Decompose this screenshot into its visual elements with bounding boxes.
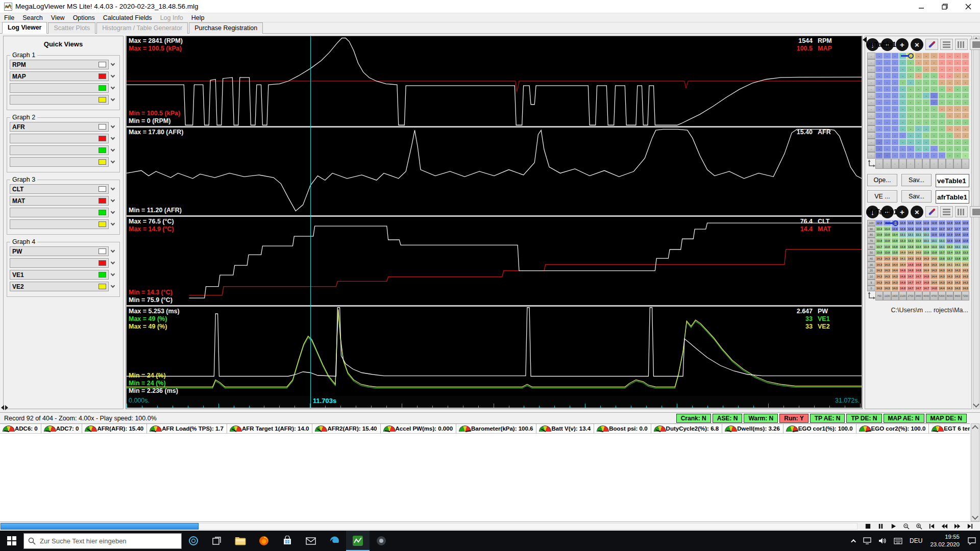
network-icon[interactable] xyxy=(860,531,875,551)
splitter-arrows[interactable] xyxy=(1,405,8,410)
menu-item-log-info[interactable]: Log Info xyxy=(156,14,187,21)
field-selector[interactable] xyxy=(10,258,109,268)
qv-row-afr[interactable]: AFR xyxy=(10,122,117,132)
open-table-button[interactable]: Ope... xyxy=(867,174,897,186)
chevron-down-icon[interactable] xyxy=(109,138,117,139)
field-selector[interactable]: MAP xyxy=(10,71,109,81)
pause-button[interactable] xyxy=(875,522,886,530)
qv-row-empty[interactable] xyxy=(10,145,117,155)
qv-row-empty[interactable] xyxy=(10,83,117,93)
field-selector[interactable] xyxy=(10,83,109,93)
rewind-button[interactable] xyxy=(939,522,949,530)
field-selector[interactable]: CLT xyxy=(10,184,109,194)
horizontal-scrollbar-track[interactable] xyxy=(199,523,857,530)
qv-row-empty[interactable] xyxy=(10,208,117,217)
afr-table-table-view-icon[interactable] xyxy=(970,206,980,217)
chevron-down-icon[interactable] xyxy=(109,64,117,65)
volume-icon[interactable] xyxy=(875,531,890,551)
afr-table-heatmap[interactable]: 10012.812.812.812.812.812.812.812.812.81… xyxy=(867,220,969,303)
chevron-down-icon[interactable] xyxy=(109,76,117,77)
field-selector[interactable] xyxy=(10,95,109,105)
ve-table-close-icon[interactable]: × xyxy=(911,38,923,51)
tray-expand-icon[interactable] xyxy=(849,531,860,551)
qv-row-empty[interactable] xyxy=(10,219,117,229)
menu-item-search[interactable]: Search xyxy=(18,14,47,21)
ve-button[interactable]: VE ... xyxy=(867,190,897,203)
chevron-down-icon[interactable] xyxy=(109,126,117,128)
field-selector[interactable]: MAT xyxy=(10,196,109,206)
file-explorer-icon[interactable] xyxy=(229,531,252,551)
afr-table-edit-pencil-icon[interactable] xyxy=(925,206,938,217)
tab-scatter-plots[interactable]: Scatter Plots xyxy=(48,22,95,34)
ve-table-edit-pencil-icon[interactable] xyxy=(925,39,938,50)
qv-row-rpm[interactable]: RPM xyxy=(10,60,117,69)
table-panel-scrollbar[interactable] xyxy=(973,36,979,409)
menu-item-help[interactable]: Help xyxy=(187,14,209,21)
close-button[interactable] xyxy=(957,0,980,13)
skip-start-button[interactable] xyxy=(926,522,937,530)
panel-collapse-arrow[interactable] xyxy=(863,37,867,43)
taskbar-clock[interactable]: 19:55 23.02.2020 xyxy=(926,533,964,548)
chevron-down-icon[interactable] xyxy=(109,274,117,276)
chevron-down-icon[interactable] xyxy=(109,251,117,252)
zoom-in-icon[interactable] xyxy=(914,522,924,530)
ve-table-name-field[interactable]: veTable1 xyxy=(936,174,969,187)
chart-area[interactable]: Max = 2841 (RPM)Max = 100.5 (kPa)Min = 1… xyxy=(126,36,863,409)
afr-table-close-icon[interactable]: × xyxy=(911,206,923,218)
menu-item-calculated-fields[interactable]: Calculated Fields xyxy=(99,14,156,21)
chevron-down-icon[interactable] xyxy=(109,262,117,264)
stop-button[interactable] xyxy=(863,522,873,530)
field-selector[interactable] xyxy=(10,134,109,143)
graph4-plot[interactable]: Max = 5.253 (ms)Max = 49 (%)Max = 49 (%)… xyxy=(127,307,862,396)
zoom-out-icon[interactable] xyxy=(901,522,911,530)
app-icon-misc[interactable] xyxy=(370,531,393,551)
start-button[interactable] xyxy=(0,531,23,551)
gauge-grid-scrollbar[interactable] xyxy=(971,423,979,521)
chevron-down-icon[interactable] xyxy=(109,188,117,190)
chevron-down-icon[interactable] xyxy=(109,286,117,287)
graph1-plot[interactable]: Max = 2841 (RPM)Max = 100.5 (kPa)Min = 1… xyxy=(127,36,862,126)
afr-table-plus-icon[interactable]: + xyxy=(896,206,909,218)
skip-end-button[interactable] xyxy=(965,522,975,530)
ve-table-heatmap[interactable]: ----------------------------------------… xyxy=(867,53,969,171)
qv-row-empty[interactable] xyxy=(10,258,117,268)
taskbar-search-input[interactable]: Zur Suche Text hier eingeben xyxy=(23,533,182,549)
tab-purchase-registration[interactable]: Purchase Registration xyxy=(189,22,263,34)
cortana-icon[interactable] xyxy=(182,531,205,551)
store-icon[interactable] xyxy=(276,531,299,551)
qv-row-map[interactable]: MAP xyxy=(10,71,117,81)
field-selector[interactable]: PW xyxy=(10,246,109,256)
chevron-down-icon[interactable] xyxy=(109,161,117,163)
save-afr-table-button[interactable]: Sav... xyxy=(901,190,932,203)
qv-row-pw[interactable]: PW xyxy=(10,246,117,256)
afr-table-column-view-icon[interactable] xyxy=(955,206,968,217)
field-selector[interactable]: VE2 xyxy=(10,282,109,291)
chevron-down-icon[interactable] xyxy=(109,212,117,213)
task-view-icon[interactable] xyxy=(205,531,229,551)
qv-row-empty[interactable] xyxy=(10,95,117,105)
firefox-icon[interactable] xyxy=(252,531,276,551)
megalogviewer-taskbar-icon[interactable] xyxy=(346,531,370,551)
time-axis[interactable]: 0.000s.11.703s31.072s. xyxy=(127,396,862,408)
afr-table-name-field[interactable]: afrTable1 xyxy=(936,190,969,204)
time-cursor-line[interactable] xyxy=(310,36,311,408)
keyboard-icon[interactable] xyxy=(890,531,906,551)
qv-row-ve1[interactable]: VE1 xyxy=(10,270,117,280)
horizontal-scrollbar-thumb[interactable] xyxy=(1,523,199,530)
qv-row-empty[interactable] xyxy=(10,157,117,167)
afr-table-row-view-icon[interactable] xyxy=(940,206,953,217)
save-ve-table-button[interactable]: Sav... xyxy=(901,174,932,186)
restore-button[interactable] xyxy=(933,0,957,13)
tab-log-viewer[interactable]: Log Viewer xyxy=(2,22,47,34)
mail-icon[interactable] xyxy=(299,531,323,551)
field-selector[interactable] xyxy=(10,219,109,229)
field-selector[interactable]: AFR xyxy=(10,122,109,132)
qv-row-ve2[interactable]: VE2 xyxy=(10,282,117,291)
chevron-down-icon[interactable] xyxy=(109,87,117,89)
chevron-down-icon[interactable] xyxy=(109,200,117,202)
graph2-plot[interactable]: Max = 17.80 (AFR)Min = 11.20 (AFR)15.40A… xyxy=(127,128,862,215)
language-indicator[interactable]: DEU xyxy=(906,531,926,551)
field-selector[interactable] xyxy=(10,145,109,155)
field-selector[interactable] xyxy=(10,208,109,217)
ve-table-row-view-icon[interactable] xyxy=(940,39,953,50)
